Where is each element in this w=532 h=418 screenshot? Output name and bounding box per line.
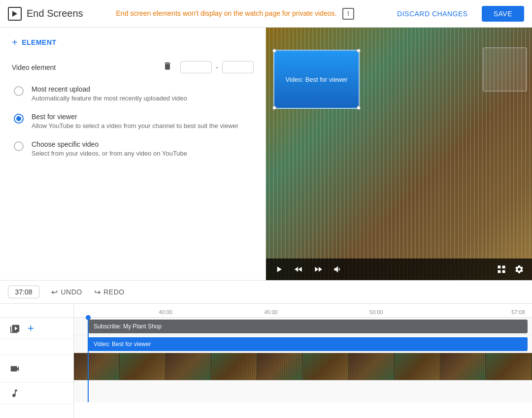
thumb-8 xyxy=(395,353,440,380)
redo-icon: ↪ xyxy=(94,288,101,297)
ruler-mark-57: 57:08 xyxy=(511,309,525,315)
subscribe-track-label: Subscribe: My Plant Shop xyxy=(94,323,162,330)
undo-label: UNDO xyxy=(61,288,82,296)
video-track-icon xyxy=(8,323,22,334)
video-element-row: Video element 37:08 - 57:08 xyxy=(12,59,254,75)
resize-handle-top-right[interactable] xyxy=(357,49,361,53)
timeline-toolbar: 37:08 ↩ UNDO ↪ REDO xyxy=(0,281,532,304)
end-screen-secondary-element[interactable] xyxy=(483,47,527,92)
ruler-spacer xyxy=(0,304,73,318)
app-logo: End Screens xyxy=(8,7,83,21)
delete-element-button[interactable] xyxy=(159,59,176,75)
radio-most-recent[interactable] xyxy=(14,86,24,96)
radio-best-for-viewer-title: Best for viewer xyxy=(32,113,238,121)
controls-right xyxy=(495,262,526,276)
radio-most-recent-text: Most recent upload Automatically feature… xyxy=(32,85,187,103)
video-background: Video: Best for viewer xyxy=(266,28,532,280)
timeline-ruler: 40:00 45:00 50:00 57:08 xyxy=(74,304,532,318)
video-element-controls: 37:08 - 57:08 xyxy=(159,59,254,75)
redo-label: REDO xyxy=(103,288,124,296)
radio-option-choose-specific[interactable]: Choose specific video Select from your v… xyxy=(14,140,254,158)
settings-button[interactable] xyxy=(512,262,526,276)
page-title: End Screens xyxy=(27,8,83,19)
radio-choose-specific-desc: Select from your videos, or from any vid… xyxy=(32,149,187,158)
current-time-display: 37:08 xyxy=(8,286,39,298)
time-end-input[interactable]: 57:08 xyxy=(222,61,254,73)
video-track-row: Video: Best for viewer xyxy=(74,335,532,353)
play-button[interactable] xyxy=(272,262,286,276)
timeline-content: 40:00 45:00 50:00 57:08 Subscribe: My Pl… xyxy=(74,304,532,418)
undo-icon: ↩ xyxy=(51,288,58,297)
time-start-input[interactable]: 37:08 xyxy=(180,61,212,73)
radio-choose-specific[interactable] xyxy=(14,141,24,151)
thumb-7 xyxy=(349,353,395,380)
thumbnail-track xyxy=(74,353,532,381)
time-separator: - xyxy=(216,64,218,71)
radio-best-for-viewer[interactable] xyxy=(14,114,24,124)
add-element-button[interactable]: + ELEMENT xyxy=(12,37,57,47)
video-track2-icon-row xyxy=(0,339,73,355)
thumb-1 xyxy=(74,353,120,380)
thumb-2 xyxy=(120,353,166,380)
video-track-label: Video: Best for viewer xyxy=(94,341,151,348)
logo-icon xyxy=(8,7,22,21)
radio-choose-specific-title: Choose specific video xyxy=(32,140,187,148)
resize-handle-top-left[interactable] xyxy=(272,49,276,53)
redo-button[interactable]: ↪ REDO xyxy=(94,288,125,297)
playhead[interactable] xyxy=(88,318,89,402)
grid-button[interactable] xyxy=(495,262,508,276)
timeline-section: 37:08 ↩ UNDO ↪ REDO + xyxy=(0,280,532,418)
warning-message: End screen elements won't display on the… xyxy=(91,8,384,20)
video-element-label: Video element xyxy=(12,64,159,71)
video-preview: Video: Best for viewer xyxy=(266,28,532,280)
trash-icon xyxy=(163,61,172,71)
ruler-mark-40: 40:00 xyxy=(159,309,172,315)
warning-text: End screen elements won't display on the… xyxy=(116,9,337,17)
undo-button[interactable]: ↩ UNDO xyxy=(51,288,82,297)
radio-choose-specific-text: Choose specific video Select from your v… xyxy=(32,140,187,158)
add-track-button[interactable]: + xyxy=(28,322,34,335)
add-element-label: ELEMENT xyxy=(22,38,56,46)
timeline-body: + xyxy=(0,304,532,418)
video-controls-bar xyxy=(266,258,532,280)
end-screen-video-label: Video: Best for viewer xyxy=(281,72,351,87)
radio-best-for-viewer-desc: Allow YouTube to select a video from you… xyxy=(32,122,238,130)
radio-most-recent-title: Most recent upload xyxy=(32,85,187,93)
subscribe-track-bar[interactable]: Subscribe: My Plant Shop xyxy=(88,320,528,333)
timeline-tracks: Subscribe: My Plant Shop Video: Best for… xyxy=(74,318,532,402)
thumbnail-track-icon-row xyxy=(0,355,73,383)
video-track-bar[interactable]: Video: Best for viewer xyxy=(88,337,528,351)
radio-options: Most recent upload Automatically feature… xyxy=(12,85,254,159)
radio-option-most-recent[interactable]: Most recent upload Automatically feature… xyxy=(14,85,254,103)
resize-handle-bottom-right[interactable] xyxy=(357,106,361,110)
app-header: End Screens End screen elements won't di… xyxy=(0,0,532,28)
end-screen-video-element[interactable]: Video: Best for viewer xyxy=(273,50,360,109)
warning-icon: ! xyxy=(342,8,354,20)
music-icon xyxy=(8,388,22,398)
radio-most-recent-desc: Automatically feature the most recently … xyxy=(32,94,187,103)
forward-button[interactable] xyxy=(311,262,325,276)
plus-icon: + xyxy=(12,37,18,47)
radio-best-for-viewer-text: Best for viewer Allow YouTube to select … xyxy=(32,113,238,130)
timeline-left-icons: + xyxy=(0,304,74,418)
left-panel: + ELEMENT Video element 37:08 - 57:08 xyxy=(0,28,266,280)
thumb-9 xyxy=(440,353,486,380)
video-track-icon-row: + xyxy=(0,318,73,339)
thumb-3 xyxy=(166,353,211,380)
music-track-icon-row xyxy=(0,383,73,404)
main-container: + ELEMENT Video element 37:08 - 57:08 xyxy=(0,28,532,280)
discard-button[interactable]: DISCARD CHANGES xyxy=(391,6,474,22)
resize-handle-bottom-left[interactable] xyxy=(272,106,276,110)
radio-option-best-for-viewer[interactable]: Best for viewer Allow YouTube to select … xyxy=(14,113,254,130)
camera-icon xyxy=(8,363,22,374)
volume-button[interactable] xyxy=(331,262,345,276)
thumb-4 xyxy=(211,353,257,380)
ruler-mark-50: 50:00 xyxy=(369,309,383,315)
playhead-dot xyxy=(86,315,91,320)
rewind-button[interactable] xyxy=(292,262,305,276)
header-actions: DISCARD CHANGES SAVE xyxy=(391,6,524,22)
ruler-mark-45: 45:00 xyxy=(264,309,278,315)
save-button[interactable]: SAVE xyxy=(482,6,524,22)
music-track xyxy=(74,381,532,402)
thumb-10 xyxy=(486,353,532,380)
